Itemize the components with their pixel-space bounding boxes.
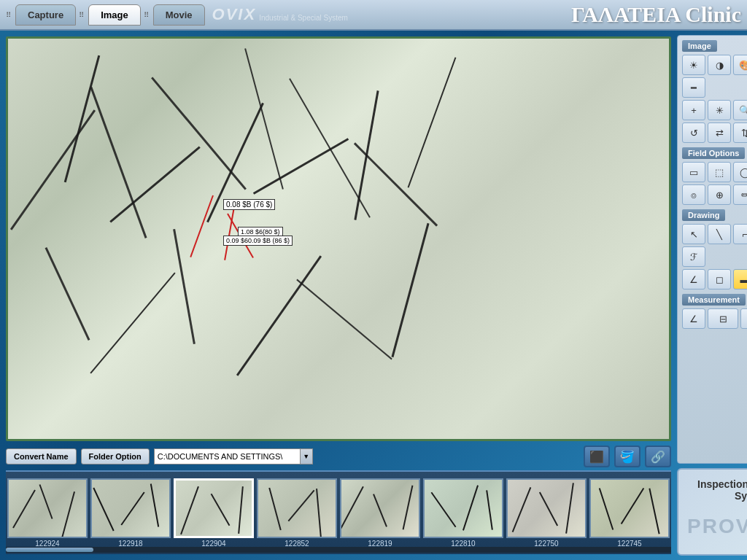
provix-logo-area: PROVIX ⚙ xyxy=(687,508,747,545)
mirror-tool[interactable]: ⇅ xyxy=(733,122,747,143)
angle-measure-tool[interactable]: ∠ xyxy=(682,308,705,329)
thumbnail-strip: 122924 122918 122904 xyxy=(6,470,671,554)
share-icon-button[interactable]: 🔗 xyxy=(645,446,671,467)
image-background xyxy=(8,39,669,439)
bottom-controls: Convert Name Folder Option ▼ ⬛ 🪣 🔗 xyxy=(6,441,671,470)
measurement-row: ∠ ⊟ ⊕ ▭ ◯ xyxy=(682,308,747,329)
thumbnail-item-7[interactable]: 122745 xyxy=(589,478,670,548)
drawing-section-label: Drawing xyxy=(682,209,725,221)
thumbnail-image-5 xyxy=(423,478,503,538)
tools-panel: Image ☀ ◑ 🎨 ▣ 📊 ━ + ✳ 🔍 ⊞ ↻ ↺ ⇄ xyxy=(677,35,747,464)
rotate-180-tool[interactable]: ↺ xyxy=(682,122,705,143)
tab-bar: ⠿ Capture ⠿ Image ⠿ Movie OVIX Industria… xyxy=(0,0,747,31)
ruler-tool[interactable]: ⊟ xyxy=(708,308,738,329)
thumbnail-scroll-thumb[interactable] xyxy=(6,548,93,552)
field-options-row: ▭ ⬚ ◯ ⬡ 〰 ⌾ ⊕ ✏ xyxy=(682,162,747,205)
thumbnail-item-2[interactable]: 122904 xyxy=(174,478,254,548)
rotate-tool[interactable]: ✳ xyxy=(708,100,731,120)
drawing-section: Drawing ↖ ╲ ⌐ ⌒ ∫ ℱ ∠ ◻ ▬ Aa A▼ xyxy=(682,209,747,289)
thumbnail-scrollbar[interactable] xyxy=(6,547,671,553)
provix-logo-text: PROVIX xyxy=(687,515,747,538)
measurement-section-label: Measurement xyxy=(682,294,746,306)
lasso-tool[interactable]: ⌾ xyxy=(682,184,705,205)
field-options-section: Field Options ▭ ⬚ ◯ ⬡ 〰 ⌾ ⊕ ✏ xyxy=(682,147,747,205)
thumbnail-image-0 xyxy=(7,478,88,538)
left-panel: 0.08 $B (76 $) 1.08 $6(80 $) 0.09 $60.09… xyxy=(0,31,677,560)
color-tool[interactable]: 🎨 xyxy=(733,55,747,75)
folder-dropdown-button[interactable]: ▼ xyxy=(300,448,313,464)
image-tools-row-1: ☀ ◑ 🎨 ▣ 📊 ━ xyxy=(682,55,747,98)
field-options-label: Field Options xyxy=(682,147,745,159)
levels-tool[interactable]: ━ xyxy=(682,77,705,98)
folder-path-input[interactable] xyxy=(154,448,300,464)
folder-path-container: ▼ xyxy=(154,448,313,464)
corner-tool[interactable]: ⌐ xyxy=(733,224,747,244)
thumbnail-item-3[interactable]: 122852 xyxy=(257,478,337,548)
tab-capture[interactable]: Capture xyxy=(15,4,76,26)
folder-option-button[interactable]: Folder Option xyxy=(81,448,150,464)
contrast-tool[interactable]: ◑ xyxy=(708,55,731,75)
thumbnail-item-6[interactable]: 122750 xyxy=(506,478,587,548)
freehand-tool[interactable]: ℱ xyxy=(682,246,705,267)
ovix-sub-text: Industrial & Special System xyxy=(259,14,348,22)
ellipse-select-tool[interactable]: ◯ xyxy=(733,162,747,182)
system-title: Inspection Microscope System xyxy=(687,478,747,502)
arrow-tool[interactable]: ↖ xyxy=(682,224,705,244)
tab-movie-label: Movie xyxy=(166,9,193,20)
thumbnail-image-4 xyxy=(340,478,420,538)
measurement-section: Measurement ∠ ⊟ ⊕ ▭ ◯ xyxy=(682,294,747,329)
drag-handle-movie: ⠿ xyxy=(144,11,149,19)
highlight-tool[interactable]: ▬ xyxy=(733,269,747,289)
thumbnail-image-1 xyxy=(90,478,171,538)
drag-handle-capture: ⠿ xyxy=(6,11,11,19)
image-container: 0.08 $B (76 $) 1.08 $6(80 $) 0.09 $60.09… xyxy=(6,36,671,441)
zoom-in-tool[interactable]: + xyxy=(682,100,705,120)
magnify-tool[interactable]: 🔍 xyxy=(733,100,747,120)
right-panel: Image ☀ ◑ 🎨 ▣ 📊 ━ + ✳ 🔍 ⊞ ↻ ↺ ⇄ xyxy=(677,31,747,560)
rect-select-tool[interactable]: ▭ xyxy=(682,162,705,182)
image-section-label: Image xyxy=(682,40,717,52)
angle-draw-tool[interactable]: ∠ xyxy=(682,269,705,289)
thumbnail-item-4[interactable]: 122819 xyxy=(340,478,420,548)
line-tool[interactable]: ╲ xyxy=(708,224,731,244)
export-icon-button[interactable]: 🪣 xyxy=(614,446,640,467)
tab-capture-label: Capture xyxy=(28,9,63,20)
tab-group: ⠿ Capture ⠿ Image ⠿ Movie xyxy=(6,4,205,26)
brightness-tool[interactable]: ☀ xyxy=(682,55,705,75)
convert-name-button[interactable]: Convert Name xyxy=(6,448,77,464)
save-icon-button[interactable]: ⬛ xyxy=(584,446,610,467)
drawing-row-1: ↖ ╲ ⌐ ⌒ ∫ ℱ xyxy=(682,224,747,267)
thumbnail-item-5[interactable]: 122810 xyxy=(423,478,503,548)
thumbnail-item-0[interactable]: 122924 xyxy=(7,478,88,548)
thumbnail-image-3 xyxy=(257,478,337,538)
image-tools-row-2: + ✳ 🔍 ⊞ ↻ ↺ ⇄ ⇅ xyxy=(682,100,747,143)
microscope-image: 0.08 $B (76 $) 1.08 $6(80 $) 0.09 $60.09… xyxy=(8,39,669,439)
ovix-logo: OVIX xyxy=(212,5,257,24)
eraser-tool[interactable]: ◻ xyxy=(708,269,731,289)
info-panel: Inspection Microscope System PROVIX ⚙ xyxy=(677,468,747,556)
flip-tool[interactable]: ⇄ xyxy=(708,122,731,143)
tab-movie[interactable]: Movie xyxy=(153,4,205,26)
drag-handle-image: ⠿ xyxy=(79,11,84,19)
image-section: Image ☀ ◑ 🎨 ▣ 📊 ━ + ✳ 🔍 ⊞ ↻ ↺ ⇄ xyxy=(682,40,747,143)
thumbnail-image-7 xyxy=(589,478,670,538)
main-area: 0.08 $B (76 $) 1.08 $6(80 $) 0.09 $60.09… xyxy=(0,31,747,560)
crosshair-tool[interactable]: ⊕ xyxy=(740,308,747,329)
clinic-title: ΓΑΛΑΤΕΙΑ Clinic xyxy=(571,2,741,27)
pen-tool[interactable]: ✏ xyxy=(733,184,747,205)
thumbnail-item-1[interactable]: 122918 xyxy=(90,478,171,548)
tab-image[interactable]: Image xyxy=(88,4,141,26)
point-select-tool[interactable]: ⊕ xyxy=(708,184,731,205)
thumbnail-image-6 xyxy=(506,478,587,538)
thumbnail-image-2 xyxy=(174,478,254,538)
tab-image-label: Image xyxy=(101,9,128,20)
annotation-text-1: 0.08 $B (76 $) xyxy=(223,199,275,210)
dash-rect-tool[interactable]: ⬚ xyxy=(708,162,731,182)
annotation-text-3: 0.09 $60.09 $B (86 $) xyxy=(223,236,293,246)
drawing-row-2: ∠ ◻ ▬ Aa A▼ xyxy=(682,269,747,289)
